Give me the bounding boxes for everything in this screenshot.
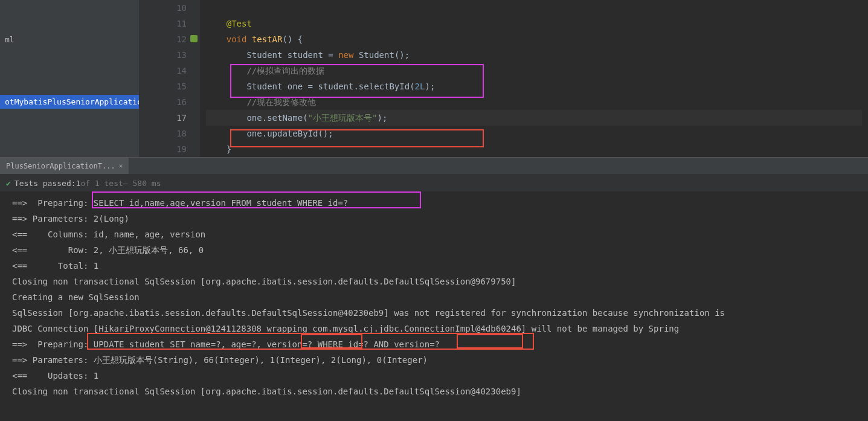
line-number: 11 (140, 16, 200, 31)
console-line: Closing non transactional SqlSession [or… (12, 384, 862, 399)
line-numbers: 10111213141516171819 (140, 0, 200, 157)
console-line: Closing non transactional SqlSession [or… (12, 274, 862, 289)
test-status-bar: ✔ Tests passed: 1 of 1 test – 580 ms (0, 175, 868, 191)
lower-pane: PlusSeniorApplicationT... ✕ ✔ Tests pass… (0, 157, 868, 421)
ide-root: ml otMybatisPlusSeniorApplication 101112… (0, 0, 868, 421)
status-prefix: Tests passed: (14, 179, 76, 188)
line-number: 16 (140, 94, 200, 110)
close-icon[interactable]: ✕ (119, 162, 123, 170)
code-line: //模拟查询出的数据 (206, 63, 862, 79)
status-time: – 580 ms (123, 179, 161, 188)
console-line: <== Columns: id, name, age, version (12, 227, 862, 242)
console-line: JDBC Connection [HikariProxyConnection@1… (12, 321, 862, 336)
code-line: @Test (206, 16, 862, 31)
code-line-current: one.setName("小王想玩版本号"); (206, 110, 862, 126)
run-tab[interactable]: PlusSeniorApplicationT... ✕ (0, 158, 129, 174)
code-line: void testAR() { (206, 31, 862, 47)
console-line: <== Row: 2, 小王想玩版本号, 66, 0 (12, 242, 862, 258)
code-line: one.updateById(); (206, 126, 862, 141)
console-line: ==> Preparing: UPDATE student SET name=?… (12, 336, 862, 352)
run-tab-label: PlusSeniorApplicationT... (6, 162, 115, 170)
line-number: 17 (140, 110, 200, 126)
console-output[interactable]: ==> Preparing: SELECT id,name,age,versio… (0, 191, 868, 421)
console-line: SqlSession [org.apache.ibatis.session.de… (12, 305, 862, 321)
code-line: Student one = student.selectById(2L); (206, 79, 862, 94)
line-number: 18 (140, 126, 200, 141)
check-icon: ✔ (6, 179, 11, 188)
line-number: 12 (140, 31, 200, 47)
console-line: ==> Preparing: SELECT id,name,age,versio… (12, 195, 862, 211)
sidebar-item-ml[interactable]: ml (0, 33, 139, 47)
code-line: Student student = new Student(); (206, 47, 862, 63)
line-number: 15 (140, 79, 200, 94)
status-count: 1 (76, 179, 81, 188)
console-line: ==> Parameters: 2(Long) (12, 211, 862, 227)
annotation: @Test (227, 19, 252, 28)
override-icon[interactable] (190, 35, 198, 42)
console-line: <== Total: 1 (12, 258, 862, 274)
code-line: } (206, 141, 862, 157)
line-number: 14 (140, 63, 200, 79)
console-line: Creating a new SqlSession (12, 289, 862, 305)
status-suffix: of 1 test (80, 179, 123, 188)
line-number: 19 (140, 141, 200, 157)
code-editor[interactable]: @Test void testAR() { Student student = … (200, 0, 868, 157)
code-line: //现在我要修改他 (206, 94, 862, 110)
project-sidebar[interactable]: ml otMybatisPlusSeniorApplication (0, 0, 140, 157)
run-tabbar: PlusSeniorApplicationT... ✕ (0, 158, 868, 175)
console-line: ==> Parameters: 小王想玩版本号(String), 66(Inte… (12, 352, 862, 368)
console-line: <== Updates: 1 (12, 368, 862, 384)
line-number: 13 (140, 47, 200, 63)
line-number: 10 (140, 0, 200, 16)
sidebar-item-app[interactable]: otMybatisPlusSeniorApplication (0, 95, 139, 109)
code-line (206, 0, 862, 16)
editor-gutter: 10111213141516171819 (140, 0, 200, 157)
upper-pane: ml otMybatisPlusSeniorApplication 101112… (0, 0, 868, 157)
